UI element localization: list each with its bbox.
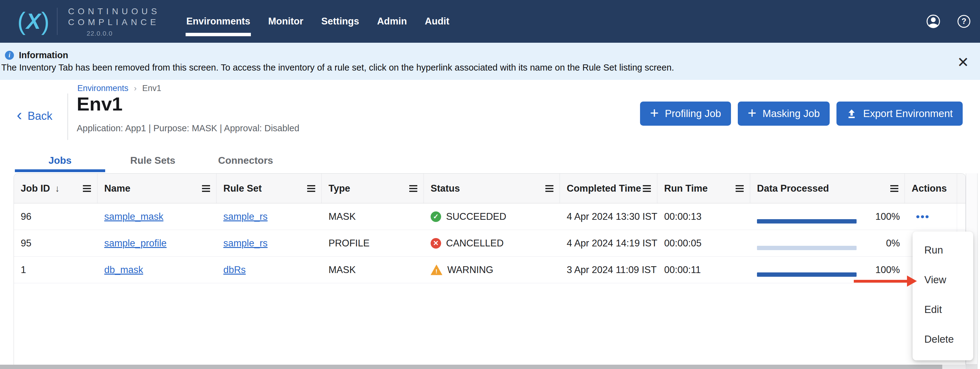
- environment-detail-page: Environments › Env1 ‹ Back Env1 Applicat…: [0, 80, 980, 369]
- nav-environments[interactable]: Environments: [186, 16, 250, 27]
- svg-text:?: ?: [961, 17, 966, 26]
- annotation-arrow-line: [854, 280, 908, 283]
- job-name-link[interactable]: sample_profile: [104, 238, 167, 249]
- column-header-rule-set[interactable]: Rule Set: [216, 174, 322, 203]
- banner-close-icon[interactable]: ✕: [957, 55, 969, 69]
- column-menu-icon[interactable]: [409, 188, 417, 189]
- progress-bar: [757, 219, 857, 224]
- menu-item-edit[interactable]: Edit: [913, 295, 973, 324]
- back-chevron-icon: ‹: [17, 109, 22, 121]
- status-label: CANCELLED: [446, 238, 504, 249]
- column-menu-icon[interactable]: [643, 188, 651, 189]
- column-menu-icon[interactable]: [546, 188, 554, 189]
- logo-paren-right: ): [41, 7, 49, 35]
- brand-line2: COMPLIANCE: [68, 17, 160, 27]
- job-name-link[interactable]: sample_mask: [104, 211, 163, 222]
- delphix-logo-icon[interactable]: (X): [18, 7, 49, 35]
- cell-data-processed: 100%: [750, 203, 905, 230]
- row-actions-menu-icon[interactable]: •••: [912, 211, 930, 222]
- menu-item-delete[interactable]: Delete: [913, 324, 973, 354]
- back-button[interactable]: ‹ Back: [17, 110, 52, 123]
- status-label: WARNING: [447, 264, 493, 275]
- cell-type: PROFILE: [322, 230, 424, 256]
- rule-set-header-label: Rule Set: [223, 183, 262, 194]
- cell-type: MASK: [322, 203, 424, 230]
- sort-descending-icon[interactable]: ↓: [55, 183, 60, 194]
- column-header-completed-time[interactable]: Completed Time: [560, 174, 657, 203]
- status-label: SUCCEEDED: [446, 211, 506, 222]
- column-header-data-processed[interactable]: Data Processed: [750, 174, 905, 203]
- nav-admin[interactable]: Admin: [377, 16, 407, 27]
- breadcrumb-environments-link[interactable]: Environments: [77, 83, 128, 93]
- column-menu-icon[interactable]: [307, 188, 315, 189]
- cell-data-processed: 0%: [750, 230, 905, 256]
- column-header-name[interactable]: Name: [97, 174, 216, 203]
- profiling-job-button[interactable]: + Profiling Job: [640, 102, 731, 126]
- cell-data-processed: 100%: [750, 257, 905, 283]
- column-menu-icon[interactable]: [890, 188, 898, 189]
- row-actions-context-menu: Run View Edit Delete: [913, 232, 973, 360]
- column-header-status[interactable]: Status: [424, 174, 560, 203]
- cell-completed-time: 4 Apr 2024 13:30 IST: [560, 203, 657, 230]
- cancelled-cross-icon: ✕: [431, 238, 441, 249]
- progress-percent: 100%: [875, 211, 900, 222]
- data-processed-header-label: Data Processed: [757, 183, 829, 194]
- job-name-link[interactable]: db_mask: [104, 264, 143, 275]
- breadcrumb: Environments › Env1: [77, 83, 161, 93]
- progress-percent: 100%: [875, 264, 900, 275]
- cell-completed-time: 3 Apr 2024 11:09 IST: [560, 257, 657, 283]
- table-row-job-1: 1 db_mask dbRs MASK ! WARNING 3 Apr 2024…: [14, 257, 966, 283]
- column-header-job-id[interactable]: Job ID ↓: [14, 174, 97, 203]
- detail-tabs: Jobs Rule Sets Connectors: [14, 150, 292, 170]
- app-version: 22.0.0.0: [87, 30, 160, 37]
- help-icon[interactable]: ?: [957, 14, 971, 28]
- export-upload-icon: [846, 109, 857, 119]
- horizontal-scrollbar[interactable]: [0, 365, 966, 369]
- column-menu-icon[interactable]: [736, 188, 744, 189]
- logo-x: X: [25, 9, 41, 34]
- masking-job-label: Masking Job: [762, 108, 820, 120]
- menu-item-view[interactable]: View: [913, 265, 973, 295]
- tab-jobs[interactable]: Jobs: [14, 150, 107, 170]
- horizontal-scrollbar-thumb[interactable]: [0, 365, 942, 369]
- column-header-type[interactable]: Type: [322, 174, 424, 203]
- rule-set-link[interactable]: sample_rs: [223, 238, 267, 249]
- breadcrumb-current: Env1: [142, 83, 161, 93]
- logo-paren-left: (: [18, 7, 25, 35]
- completed-time-header-label: Completed Time: [567, 183, 641, 194]
- brand-block: CONTINUOUS COMPLIANCE 22.0.0.0: [68, 6, 160, 37]
- type-header-label: Type: [329, 183, 350, 194]
- export-environment-button[interactable]: Export Environment: [837, 102, 963, 126]
- row-scroll-gutter: [957, 203, 966, 230]
- column-header-run-time[interactable]: Run Time: [657, 174, 750, 203]
- tab-jobs-label: Jobs: [49, 155, 72, 166]
- nav-monitor[interactable]: Monitor: [268, 16, 304, 27]
- user-profile-icon[interactable]: [926, 14, 940, 29]
- jobs-table: Job ID ↓ Name Rule Set Type Status Co: [14, 173, 966, 369]
- column-menu-icon[interactable]: [83, 188, 91, 189]
- rule-set-link[interactable]: sample_rs: [223, 211, 267, 222]
- tab-connectors[interactable]: Connectors: [199, 150, 292, 170]
- nav-audit[interactable]: Audit: [425, 16, 449, 27]
- banner-message: The Inventory Tab has been removed from …: [1, 62, 674, 73]
- menu-item-run[interactable]: Run: [913, 235, 973, 265]
- progress-bar: [757, 272, 857, 277]
- cell-type: MASK: [322, 257, 424, 283]
- info-icon: i: [5, 51, 14, 60]
- main-nav: Environments Monitor Settings Admin Audi…: [186, 16, 449, 27]
- nav-settings[interactable]: Settings: [321, 16, 359, 27]
- top-navbar: (X) CONTINUOUS COMPLIANCE 22.0.0.0 Envir…: [0, 0, 980, 43]
- name-header-label: Name: [104, 183, 130, 194]
- cell-job-id: 1: [14, 257, 97, 283]
- rule-set-link[interactable]: dbRs: [223, 264, 246, 275]
- column-menu-icon[interactable]: [202, 188, 210, 189]
- page-action-buttons: + Profiling Job + Masking Job Export Env…: [640, 102, 963, 126]
- column-header-actions: Actions: [905, 174, 957, 203]
- actions-header-label: Actions: [912, 183, 947, 194]
- tab-rule-sets[interactable]: Rule Sets: [107, 150, 199, 170]
- plus-icon: +: [748, 104, 756, 121]
- cell-run-time: 00:00:13: [657, 203, 750, 230]
- brand-line1: CONTINUOUS: [68, 6, 160, 17]
- masking-job-button[interactable]: + Masking Job: [738, 102, 830, 126]
- cell-job-id: 96: [14, 203, 97, 230]
